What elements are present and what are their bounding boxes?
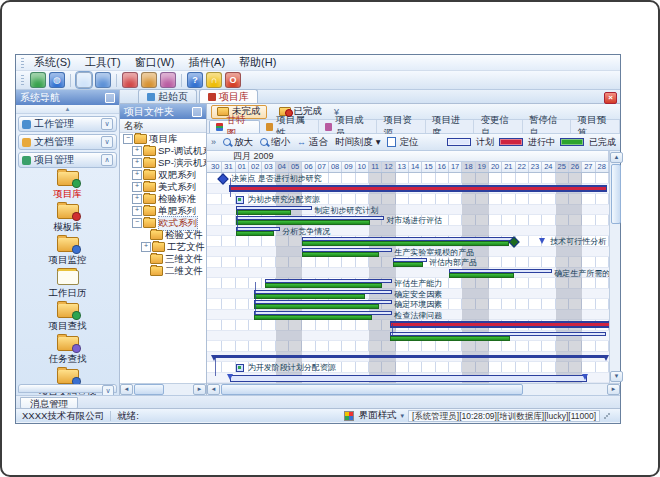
tree-hscrollbar[interactable]: ◄ ►	[120, 383, 206, 395]
expand-plus-icon[interactable]: +	[132, 206, 142, 216]
tab-项目进度[interactable]: 项目进度	[426, 120, 475, 133]
tree-item-检验标准[interactable]: +检验标准	[120, 193, 206, 205]
window-icon[interactable]	[95, 72, 111, 88]
sidebar-item-任务查找[interactable]: 任务查找	[16, 336, 119, 366]
scroll-left-icon[interactable]: ◄	[120, 384, 133, 395]
resize-grip[interactable]	[604, 413, 610, 419]
bar-actual[interactable]	[236, 220, 370, 225]
gantt-tool-适合[interactable]: ↔适合	[297, 136, 328, 149]
sidebar-item-模板库[interactable]: 模板库	[16, 204, 119, 234]
scroll-thumb[interactable]	[221, 384, 523, 395]
scroll-right-icon[interactable]: ►	[607, 384, 620, 395]
bar-actual[interactable]	[393, 262, 423, 267]
tree-item-美式系列[interactable]: +美式系列	[120, 181, 206, 193]
gantt-hscrollbar[interactable]: ◄ ►	[207, 383, 620, 395]
tab-项目预算[interactable]: 项目预算	[571, 120, 620, 133]
tree-item-欧式系列[interactable]: −欧式系列	[120, 217, 206, 229]
sidebar-item-项目库[interactable]: 项目库	[16, 171, 119, 201]
expand-plus-icon[interactable]: +	[132, 194, 142, 204]
menu-item[interactable]: 插件(A)	[181, 55, 232, 70]
tree-column-header[interactable]: 名称	[120, 119, 206, 133]
bar-actual[interactable]	[449, 273, 514, 278]
logout-icon[interactable]: O	[225, 72, 241, 88]
globe-icon[interactable]: ◍	[49, 72, 65, 88]
calendar-chart-icon[interactable]	[141, 72, 157, 88]
pin-icon[interactable]	[105, 93, 115, 103]
bar-in-progress[interactable]	[229, 185, 607, 192]
tree-item-SP-调试机系[interactable]: +SP-调试机系	[120, 145, 206, 157]
gantt-tool-缩小[interactable]: 缩小	[260, 136, 290, 149]
scroll-right-icon[interactable]: ►	[193, 384, 206, 395]
range-bar[interactable]	[230, 375, 587, 382]
chevron-down-icon[interactable]: ▾	[400, 412, 404, 420]
bar-actual[interactable]	[265, 283, 382, 288]
scroll-left-icon[interactable]: ◄	[207, 384, 220, 395]
bar-actual[interactable]	[302, 252, 379, 257]
milestone-down-icon[interactable]	[539, 238, 545, 244]
scroll-thumb[interactable]	[134, 384, 164, 395]
chevron-down-icon[interactable]: ∨	[101, 118, 113, 130]
summary-bar[interactable]	[214, 355, 606, 358]
style-selector[interactable]: 界面样式	[358, 409, 396, 422]
bar-actual[interactable]	[254, 315, 372, 320]
calendar-close-icon[interactable]	[122, 72, 138, 88]
gantt-tool-定位[interactable]: 定位	[387, 136, 418, 149]
menu-item[interactable]: 窗口(W)	[128, 55, 182, 70]
expand-plus-icon[interactable]: +	[132, 182, 142, 192]
tab-起始页[interactable]: 起始页	[138, 89, 197, 103]
expand-minus-icon[interactable]: −	[123, 134, 133, 144]
tab-项目库[interactable]: 项目库	[199, 89, 258, 103]
tab-甘特图[interactable]: 甘特图	[209, 120, 260, 133]
bar-actual[interactable]	[390, 336, 509, 341]
pin-icon[interactable]	[192, 107, 202, 117]
tab-暂停信息[interactable]: 暂停信息	[523, 120, 572, 133]
sidebar-section-工作管理[interactable]: 工作管理∨	[18, 116, 117, 132]
tab-项目成员[interactable]: 项目成员	[319, 120, 378, 133]
chevron-down-icon[interactable]: ∨	[101, 136, 113, 148]
gantt-tool-时间刻度[interactable]: 时间刻度 ▾	[335, 136, 380, 149]
close-icon[interactable]: ×	[604, 92, 617, 104]
calendar-user-icon[interactable]	[160, 72, 176, 88]
tree-item-工艺文件[interactable]: +工艺文件	[120, 241, 206, 253]
tree-item-SP-演示机系[interactable]: +SP-演示机系	[120, 157, 206, 169]
tree-item-项目库[interactable]: −项目库	[120, 133, 206, 145]
sidebar-item-项目监控[interactable]: 项目监控	[16, 237, 119, 267]
bar-actual[interactable]	[236, 210, 292, 215]
sidebar-item-工作日历[interactable]: 工作日历	[16, 270, 119, 300]
menu-item[interactable]: 帮助(H)	[232, 55, 283, 70]
gantt-tool-放大[interactable]: 放大	[223, 136, 253, 149]
bar-actual[interactable]	[236, 231, 274, 236]
expand-plus-icon[interactable]: +	[132, 158, 142, 168]
tree-item-三维文件[interactable]: 三维文件	[120, 253, 206, 265]
chevron-right-icon[interactable]: »	[211, 137, 216, 147]
sidebar-item-项目查找[interactable]: 项目查找	[16, 303, 119, 333]
expand-plus-icon[interactable]: +	[132, 146, 142, 156]
chevron-up-icon[interactable]: ∧	[101, 154, 113, 166]
mini-task-marker[interactable]	[236, 196, 244, 204]
tab-项目资源[interactable]: 项目资源	[377, 120, 426, 133]
tab-变更信息[interactable]: 变更信息	[474, 120, 523, 133]
sidebar-section-文档管理[interactable]: 文档管理∨	[18, 134, 117, 150]
explorer-icon[interactable]	[76, 72, 92, 88]
sidebar-collapse-arrow[interactable]: ▲	[16, 105, 119, 114]
bar-actual[interactable]	[254, 294, 365, 299]
expand-minus-icon[interactable]: −	[132, 218, 142, 228]
desktop-icon[interactable]	[30, 72, 46, 88]
menu-item[interactable]: 系统(S)	[27, 55, 78, 70]
mini-task-marker[interactable]	[236, 364, 244, 372]
tab-项目属性[interactable]: 项目属性	[260, 120, 319, 133]
tree-item-检验文件[interactable]: 检验文件	[120, 229, 206, 241]
bar-actual[interactable]	[302, 241, 508, 246]
milestone-diamond[interactable]	[218, 173, 229, 184]
bar-in-progress[interactable]	[390, 321, 609, 328]
sidebar-section-项目管理[interactable]: 项目管理∧	[18, 152, 117, 168]
tree-item-二维文件[interactable]: 二维文件	[120, 265, 206, 277]
bar-actual[interactable]	[254, 304, 378, 309]
gantt-vscrollbar[interactable]: ▲ ▼	[609, 151, 620, 383]
help-icon[interactable]: ?	[187, 72, 203, 88]
sidebar-section-partial[interactable]: ∨	[18, 384, 117, 393]
lock-icon[interactable]: ∩	[206, 72, 222, 88]
menu-item[interactable]: 工具(T)	[78, 55, 128, 70]
expand-plus-icon[interactable]: +	[132, 170, 142, 180]
expand-plus-icon[interactable]: +	[141, 242, 151, 252]
